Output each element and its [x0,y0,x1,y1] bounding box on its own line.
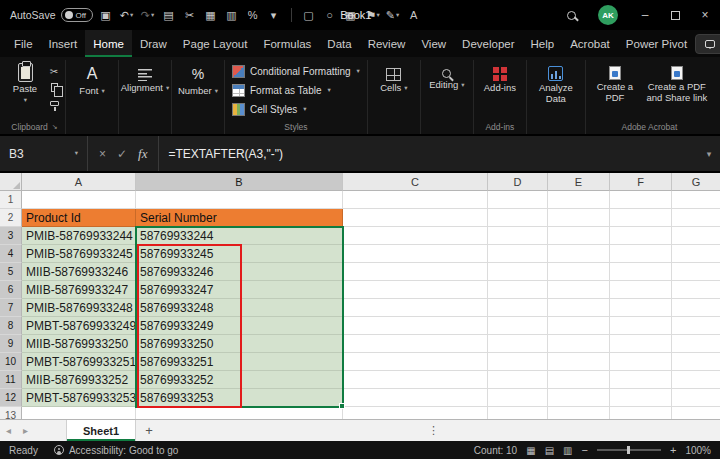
font-button[interactable]: A Font▾ [69,60,115,97]
cell-A1[interactable] [22,191,136,209]
tab-help[interactable]: Help [523,30,563,57]
row-10-cells[interactable] [343,353,720,371]
tab-review[interactable]: Review [360,30,414,57]
workbook-title-area[interactable]: Book1 ▾ [340,9,379,21]
number-button[interactable]: % Number▾ [175,60,221,97]
cell-A8[interactable]: PMBT-58769933249 [22,317,136,335]
row-2-cells[interactable] [343,209,720,227]
column-header-A[interactable]: A [22,173,136,191]
tab-power-pivot[interactable]: Power Pivot [618,30,695,57]
autosave-toggle[interactable]: Off [61,8,93,22]
cell-A4[interactable]: PMIB-58769933245 [22,245,136,263]
qat-overflow-icon[interactable]: ▾ [266,6,282,24]
cells-button[interactable]: Cells▾ [371,60,417,94]
sheet-tab-sheet1[interactable]: Sheet1 [66,420,136,441]
tab-developer[interactable]: Developer [454,30,522,57]
row-6-cells[interactable] [343,281,720,299]
add-sheet-button[interactable]: + [136,420,162,441]
tab-formulas[interactable]: Formulas [255,30,319,57]
comments-button[interactable]: Comments [695,34,720,54]
percent-qat-icon[interactable]: % [245,6,261,24]
normal-view-icon[interactable]: ▦ [526,445,535,456]
formula-bar-expand-icon[interactable]: ▾ [698,136,720,171]
row-header-12[interactable]: 12 [0,389,22,407]
row-11-cells[interactable] [343,371,720,389]
format-as-table-button[interactable]: Format as Table ▾ [228,81,335,100]
zoom-level[interactable]: 100% [685,445,711,456]
cell-B13[interactable] [136,407,343,419]
cell-B5[interactable]: 58769933246 [136,263,343,281]
row-13-cells[interactable] [343,407,720,419]
row-header-5[interactable]: 5 [0,263,22,281]
column-header-G[interactable]: G [672,173,720,191]
cell-styles-button[interactable]: Cell Styles ▾ [228,100,311,119]
add-ins-button[interactable]: Add-ins [477,60,523,94]
column-header-D[interactable]: D [488,173,548,191]
cell-A11[interactable]: MIIB-58769933252 [22,371,136,389]
globe-icon[interactable]: ○ [322,6,338,24]
cell-A6[interactable]: MIIB-58769933247 [22,281,136,299]
clipboard-qat-icon[interactable]: ▤ [161,6,177,24]
row-header-3[interactable]: 3 [0,227,22,245]
row-header-2[interactable]: 2 [0,209,22,227]
conditional-formatting-button[interactable]: Conditional Formatting ▾ [228,62,364,81]
dialog-launcher-icon[interactable]: ↘ [52,123,58,131]
workbook-title[interactable]: Book1 [340,9,371,21]
column-header-B[interactable]: B [136,173,343,191]
zoom-slider-thumb[interactable] [627,446,630,454]
font-style-icon[interactable]: A [406,6,422,24]
cell-A10[interactable]: PMBT-58769933251 [22,353,136,371]
cell-B7[interactable]: 58769933248 [136,299,343,317]
picture-qat-icon[interactable]: ▦ [203,6,219,24]
keyboard-qat-icon[interactable]: ▥ [224,6,240,24]
tab-view[interactable]: View [413,30,454,57]
cell-B4[interactable]: 58769933245 [136,245,343,263]
copy-icon[interactable] [46,81,62,94]
format-painter-icon[interactable] [46,97,62,110]
cell-A12[interactable]: PMBT-58769933253 [22,389,136,407]
create-pdf-share-button[interactable]: Create a PDF and Share link [644,60,710,104]
cell-A5[interactable]: MIIB-58769933246 [22,263,136,281]
close-button[interactable]: × [690,0,720,30]
cell-B2[interactable]: Serial Number [136,209,343,227]
cell-A7[interactable]: PMIB-58769933248 [22,299,136,317]
name-box[interactable]: B3 ▾ [0,136,88,171]
page-break-view-icon[interactable]: ▥ [563,445,572,456]
redo-icon[interactable]: ↷▾ [140,6,156,24]
analyze-data-button[interactable]: Analyze Data [530,60,582,105]
tab-home[interactable]: Home [85,30,132,57]
cell-B11[interactable]: 58769933252 [136,371,343,389]
fill-handle[interactable] [339,403,345,409]
row-1-cells[interactable] [343,191,720,209]
zoom-out-button[interactable]: − [582,444,588,456]
row-header-9[interactable]: 9 [0,335,22,353]
column-header-C[interactable]: C [343,173,488,191]
row-9-cells[interactable] [343,335,720,353]
row-header-10[interactable]: 10 [0,353,22,371]
accessibility-status[interactable]: Accessibility: Good to go [54,445,179,456]
new-document-icon[interactable]: ▢ [301,6,317,24]
cut-icon[interactable]: ✂ [46,65,62,78]
zoom-slider[interactable] [597,449,661,451]
minimize-button[interactable]: – [630,0,660,30]
editing-button[interactable]: Editing▾ [424,60,470,91]
sheet-tab-options-icon[interactable]: ⋮ [428,420,439,441]
cell-B12[interactable]: 58769933253 [136,389,343,407]
alignment-button[interactable]: Alignment▾ [122,60,168,94]
cell-B6[interactable]: 58769933247 [136,281,343,299]
tab-draw[interactable]: Draw [132,30,175,57]
cancel-icon[interactable]: × [99,147,106,161]
row-header-4[interactable]: 4 [0,245,22,263]
cell-B8[interactable]: 58769933249 [136,317,343,335]
row-header-11[interactable]: 11 [0,371,22,389]
cell-A2[interactable]: Product Id [22,209,136,227]
undo-icon[interactable]: ↶▾ [119,6,135,24]
avatar[interactable]: AK [598,5,618,25]
row-4-cells[interactable] [343,245,720,263]
row-header-8[interactable]: 8 [0,317,22,335]
row-header-6[interactable]: 6 [0,281,22,299]
tab-file[interactable]: File [6,30,41,57]
sheet-nav-left-icon[interactable]: ◂ [0,420,17,441]
column-header-F[interactable]: F [610,173,672,191]
row-3-cells[interactable] [343,227,720,245]
